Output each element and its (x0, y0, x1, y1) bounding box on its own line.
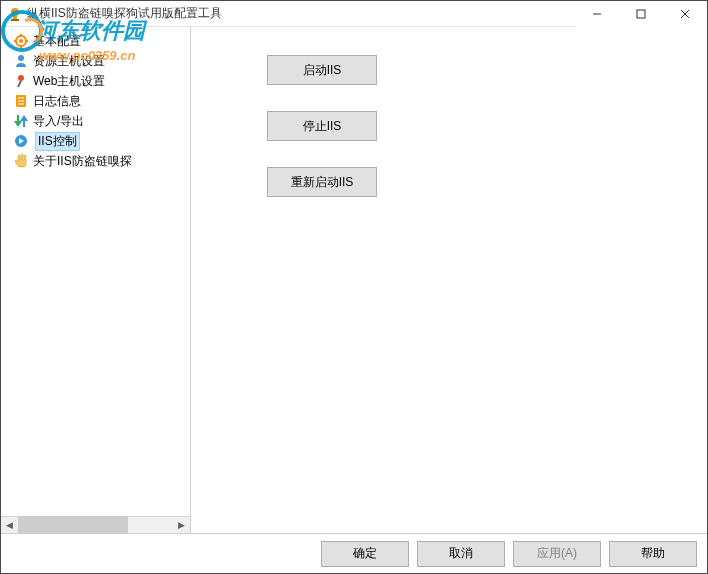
main-panel: 启动IIS 停止IIS 重新启动IIS (191, 27, 707, 533)
app-icon (7, 6, 23, 22)
minimize-button[interactable] (575, 1, 619, 27)
sidebar-item-label: IIS控制 (35, 132, 80, 151)
horizontal-scrollbar[interactable]: ◀ ▶ (1, 516, 190, 533)
svg-rect-4 (637, 10, 645, 18)
sidebar-item-iis-control[interactable]: IIS控制 (3, 131, 188, 151)
close-button[interactable] (663, 1, 707, 27)
scroll-right-arrow[interactable]: ▶ (173, 517, 190, 534)
sidebar-item-import-export[interactable]: 导入/导出 (3, 111, 188, 131)
apply-button[interactable]: 应用(A) (513, 541, 601, 567)
sidebar-item-about[interactable]: 关于IIS防盗链嗅探 (3, 151, 188, 171)
scroll-left-arrow[interactable]: ◀ (1, 517, 18, 534)
pin-icon (13, 73, 29, 89)
sidebar-item-log-info[interactable]: 日志信息 (3, 91, 188, 111)
svg-point-14 (18, 75, 24, 81)
sidebar-item-basic-config[interactable]: 基本配置 (3, 31, 188, 51)
hand-icon (13, 153, 29, 169)
sidebar-item-label: Web主机设置 (33, 72, 105, 91)
sidebar: 基本配置 资源主机设置 Web主机设置 (1, 27, 191, 533)
svg-point-13 (18, 55, 24, 61)
cancel-button[interactable]: 取消 (417, 541, 505, 567)
window-title: 纵横IIS防盗链嗅探狗试用版配置工具 (27, 5, 222, 22)
sidebar-item-web-host[interactable]: Web主机设置 (3, 71, 188, 91)
nav-tree: 基本配置 资源主机设置 Web主机设置 (1, 27, 190, 516)
stop-iis-button[interactable]: 停止IIS (267, 111, 377, 141)
ok-button[interactable]: 确定 (321, 541, 409, 567)
user-icon (13, 53, 29, 69)
sidebar-item-label: 关于IIS防盗链嗅探 (33, 152, 132, 171)
sidebar-item-resource-host[interactable]: 资源主机设置 (3, 51, 188, 71)
content-area: 基本配置 资源主机设置 Web主机设置 (1, 27, 707, 533)
sidebar-item-label: 日志信息 (33, 92, 81, 111)
book-icon (13, 93, 29, 109)
svg-line-15 (18, 81, 21, 87)
svg-point-8 (19, 39, 23, 43)
sidebar-item-label: 资源主机设置 (33, 52, 105, 71)
restart-iis-button[interactable]: 重新启动IIS (267, 167, 377, 197)
gear-icon (13, 33, 29, 49)
scrollbar-thumb[interactable] (18, 517, 128, 534)
arrow-icon (13, 113, 29, 129)
scrollbar-track[interactable] (18, 517, 173, 534)
svg-point-0 (11, 8, 19, 16)
sidebar-item-label: 基本配置 (33, 32, 81, 51)
footer: 确定 取消 应用(A) 帮助 (1, 533, 707, 573)
maximize-button[interactable] (619, 1, 663, 27)
help-button[interactable]: 帮助 (609, 541, 697, 567)
play-icon (13, 133, 29, 149)
svg-rect-2 (11, 19, 19, 21)
start-iis-button[interactable]: 启动IIS (267, 55, 377, 85)
window-controls (575, 1, 707, 27)
titlebar: 纵横IIS防盗链嗅探狗试用版配置工具 (1, 1, 707, 27)
sidebar-item-label: 导入/导出 (33, 112, 84, 131)
app-window: 纵横IIS防盗链嗅探狗试用版配置工具 河东软件园 www.pc0359.cn (0, 0, 708, 574)
